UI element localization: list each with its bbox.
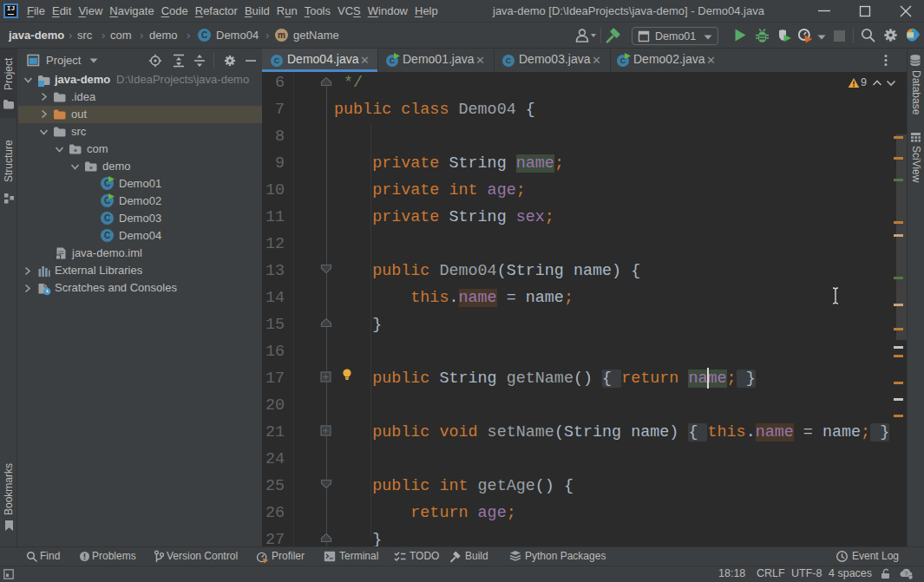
svg-text:?: ?: [904, 570, 908, 578]
